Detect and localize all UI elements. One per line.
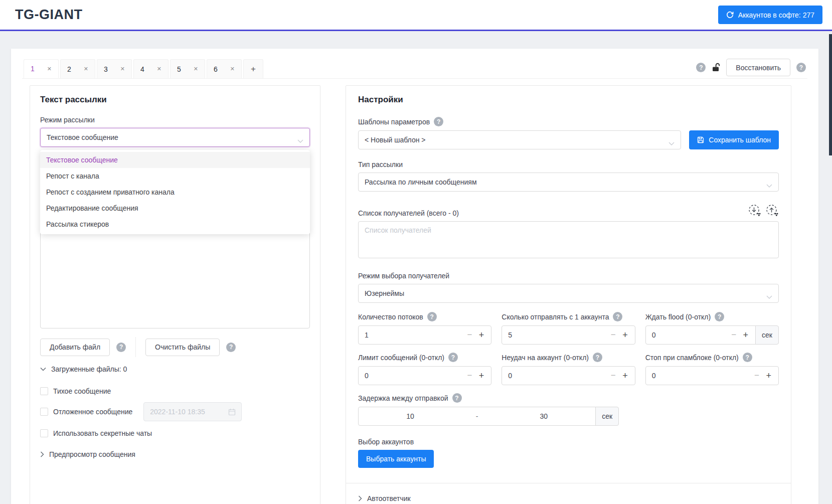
chevron-down-icon <box>40 367 46 371</box>
limit-stepper[interactable]: 0 − + <box>358 366 491 385</box>
increment-button[interactable]: + <box>622 330 628 341</box>
help-icon[interactable]: ? <box>434 117 443 126</box>
dropdown-option[interactable]: Текстовое сообщение <box>40 152 310 168</box>
autoresponder-toggle[interactable]: Автоответчик <box>358 494 779 502</box>
mode-dropdown: Текстовое сообщение Репост с канала Репо… <box>40 150 310 234</box>
close-icon[interactable]: ✕ <box>47 66 52 72</box>
increment-button[interactable]: + <box>743 330 749 341</box>
refresh-icon <box>726 11 734 19</box>
tab-3[interactable]: 3 ✕ <box>97 59 132 78</box>
help-icon[interactable]: ? <box>796 63 806 72</box>
help-icon[interactable]: ? <box>116 343 126 352</box>
accounts-count-button[interactable]: Аккаунтов в софте: 277 <box>718 6 822 24</box>
restore-button[interactable]: Восстановить <box>726 59 790 76</box>
recipients-label: Список получателей (всего - 0) <box>358 209 459 217</box>
tab-1[interactable]: 1 ✕ <box>24 59 59 78</box>
main-card: 1 ✕ 2 ✕ 3 ✕ 4 ✕ 5 ✕ 6 ✕ + ? <box>11 49 818 504</box>
close-icon[interactable]: ✕ <box>157 66 161 72</box>
close-icon[interactable]: ✕ <box>84 66 88 72</box>
mailing-type-select[interactable]: Рассылка по личным сообщениям <box>358 173 779 192</box>
threads-label: Количество потоков <box>358 313 423 321</box>
close-icon[interactable]: ✕ <box>230 66 235 72</box>
decrement-button[interactable]: − <box>467 330 472 340</box>
decrement-button[interactable]: − <box>611 371 616 381</box>
spamblock-stepper[interactable]: 0 − + <box>645 366 779 385</box>
increment-button[interactable]: + <box>622 371 628 381</box>
decrement-button[interactable]: − <box>754 371 759 381</box>
uploaded-files-toggle[interactable]: Загруженные файлы: 0 <box>40 365 310 373</box>
decrement-button[interactable]: − <box>611 330 616 340</box>
type-label: Тип рассылки <box>358 160 779 169</box>
panel-title: Настройки <box>358 95 779 105</box>
save-icon <box>697 136 704 143</box>
close-icon[interactable]: ✕ <box>194 66 198 72</box>
help-icon[interactable]: ? <box>452 393 462 403</box>
increment-button[interactable]: + <box>766 371 771 381</box>
help-icon[interactable]: ? <box>613 312 622 321</box>
unlock-icon[interactable] <box>712 63 720 72</box>
templates-label: Шаблоны параметров <box>358 118 430 126</box>
recipient-mode-select[interactable]: Юзернеймы <box>358 284 779 303</box>
close-icon[interactable]: ✕ <box>120 66 125 72</box>
scheduled-datetime-input[interactable] <box>143 402 242 421</box>
mode-select[interactable]: Текстовое сообщение <box>40 128 310 147</box>
tab-6[interactable]: 6 ✕ <box>207 59 242 78</box>
calendar-icon <box>228 408 236 416</box>
clear-files-button[interactable]: Очистить файлы <box>145 339 220 356</box>
chevron-down-icon <box>766 181 772 189</box>
scrollbar[interactable] <box>829 34 832 155</box>
fails-label: Неудач на аккаунт (0-откл) <box>502 354 589 362</box>
silent-message-checkbox[interactable] <box>40 387 48 395</box>
add-tab-button[interactable]: + <box>243 59 263 78</box>
delay-range-input[interactable]: 10 - 30 <box>358 407 596 426</box>
flood-stepper[interactable]: 0 − + <box>645 325 756 345</box>
seconds-suffix: сек <box>755 325 779 345</box>
preview-toggle[interactable]: Предпросмотр сообщения <box>40 450 310 458</box>
dropdown-option[interactable]: Репост с созданием приватного канала <box>40 184 310 200</box>
app-header: TG-GIANT Аккаунтов в софте: 277 <box>0 0 832 31</box>
settings-panel: Настройки Шаблоны параметров ? < Новый ш… <box>346 85 791 504</box>
per-account-stepper[interactable]: 5 − + <box>502 325 635 345</box>
message-panel: Текст рассылки Режим рассылки Текстовое … <box>30 85 320 504</box>
help-icon[interactable]: ? <box>743 353 752 362</box>
dropdown-option[interactable]: Репост с канала <box>40 168 310 184</box>
panel-title: Текст рассылки <box>40 95 310 105</box>
template-select[interactable]: < Новый шаблон > <box>358 130 681 149</box>
tab-4[interactable]: 4 ✕ <box>133 59 169 78</box>
export-recipients-icon[interactable] <box>765 204 779 217</box>
help-icon[interactable]: ? <box>448 353 458 362</box>
tab-2[interactable]: 2 ✕ <box>60 59 95 78</box>
scheduled-message-checkbox[interactable] <box>40 408 48 416</box>
delay-label: Задержка между отправкой <box>358 394 448 402</box>
checkbox-label: Тихое сообщение <box>53 387 111 395</box>
increment-button[interactable]: + <box>479 330 484 341</box>
divider <box>135 337 136 357</box>
delay-to-value[interactable]: 30 <box>492 412 595 420</box>
decrement-button[interactable]: − <box>467 371 472 381</box>
help-icon[interactable]: ? <box>593 353 602 362</box>
spamblock-label: Стоп при спамблоке (0-откл) <box>645 354 739 362</box>
import-recipients-icon[interactable] <box>748 204 761 217</box>
secret-chats-checkbox[interactable] <box>40 429 48 437</box>
help-icon[interactable]: ? <box>715 312 724 321</box>
checkbox-label: Использовать секретные чаты <box>53 429 152 437</box>
delay-from-value[interactable]: 10 <box>359 412 462 420</box>
add-file-button[interactable]: Добавить файл <box>40 339 110 356</box>
threads-stepper[interactable]: 1 − + <box>358 325 491 345</box>
fails-stepper[interactable]: 0 − + <box>502 366 635 385</box>
select-accounts-button[interactable]: Выбрать аккаунты <box>358 450 434 468</box>
help-icon[interactable]: ? <box>696 63 706 72</box>
accounts-label: Выбор аккаунтов <box>358 438 779 446</box>
recipients-textarea[interactable] <box>358 221 779 258</box>
increment-button[interactable]: + <box>479 371 484 381</box>
dropdown-option[interactable]: Редактирование сообщения <box>40 200 310 216</box>
tab-5[interactable]: 5 ✕ <box>170 59 205 78</box>
help-icon[interactable]: ? <box>427 312 437 321</box>
decrement-button[interactable]: − <box>731 330 736 340</box>
mode-label: Режим рассылки <box>40 116 310 124</box>
help-icon[interactable]: ? <box>226 343 236 352</box>
save-template-button[interactable]: Сохранить шаблон <box>689 130 779 149</box>
seconds-suffix: сек <box>595 407 619 426</box>
per-account-label: Сколько отправлять с 1 аккаунта <box>502 313 609 321</box>
dropdown-option[interactable]: Рассылка стикеров <box>40 216 310 232</box>
